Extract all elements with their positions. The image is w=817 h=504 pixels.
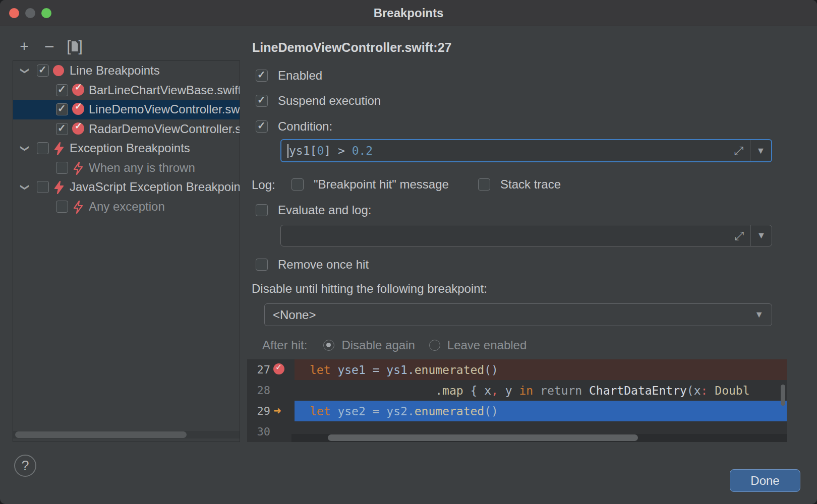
chevron-down-icon: ▼ — [754, 309, 764, 320]
breakpoint-verified-icon — [72, 122, 84, 135]
evaluate-row: Evaluate and log: — [256, 203, 371, 217]
chevron-down-icon[interactable]: ❯ — [20, 66, 30, 76]
code-hscrollbar[interactable] — [328, 434, 638, 441]
window-title: Breakpoints — [374, 6, 444, 20]
disable-until-select[interactable]: <None> ▼ — [264, 303, 772, 326]
tree-item[interactable]: ❯Line Breakpoints — [13, 61, 240, 81]
line-number: 29 — [247, 405, 270, 417]
tree-item[interactable]: When any is thrown — [13, 158, 240, 178]
stack-trace-label: Stack trace — [500, 177, 561, 192]
evaluate-history-dropdown[interactable]: ▼ — [750, 225, 772, 246]
line-number: 30 — [247, 425, 270, 438]
tree-item-checkbox[interactable] — [56, 123, 68, 135]
evaluate-input[interactable]: ⤢ ▼ — [280, 225, 772, 246]
tree-item-checkbox[interactable] — [56, 84, 68, 96]
tree-item[interactable]: ❯ JavaScript Exception Breakpoints — [13, 177, 240, 197]
code-text: let yse1 = ys1.enumerated() — [291, 359, 787, 380]
stack-trace-row: Stack trace — [478, 177, 561, 192]
tree-item-label: When any is thrown — [89, 161, 195, 175]
code-gutter: 28 — [247, 380, 291, 401]
log-message-row: "Breakpoint hit" message — [291, 177, 449, 192]
tree-item[interactable]: LineDemoViewController.swift — [13, 100, 240, 119]
tree-item-checkbox[interactable] — [56, 201, 68, 213]
tree-item[interactable]: BarLineChartViewBase.swift — [13, 81, 240, 100]
line-number: 27 — [247, 363, 270, 376]
code-gutter: 29 ➜ — [247, 401, 291, 421]
breakpoint-verified-icon — [72, 103, 84, 115]
enabled-checkbox[interactable] — [256, 70, 268, 82]
breakpoint-title: LineDemoViewController.swift:27 — [252, 40, 451, 55]
tree-item-label: JavaScript Exception Breakpoints — [70, 180, 240, 194]
tree-item-label: Exception Breakpoints — [70, 141, 190, 155]
code-line: 29 ➜ let yse2 = ys2.enumerated() — [247, 401, 787, 421]
bolt-outline-icon — [72, 162, 84, 175]
condition-input[interactable]: ys1[0] > 0.2 ⤢ ▼ — [280, 139, 772, 162]
bolt-icon — [53, 142, 65, 155]
text-caret — [287, 144, 288, 158]
condition-history-dropdown[interactable]: ▼ — [750, 140, 771, 161]
chevron-down-icon[interactable]: ❯ — [20, 182, 30, 192]
tree-item-checkbox[interactable] — [37, 65, 49, 77]
evaluate-checkbox[interactable] — [256, 204, 268, 216]
remove-once-hit-checkbox[interactable] — [256, 259, 268, 271]
line-number: 28 — [247, 384, 270, 397]
remove-once-hit-row: Remove once hit — [256, 258, 369, 272]
group-by-file-icon — [72, 41, 78, 51]
bracket-left: [ — [67, 39, 71, 54]
tree-item-label: LineDemoViewController.swift — [89, 102, 240, 116]
tree-item[interactable]: ❯ Exception Breakpoints — [13, 139, 240, 158]
tree-item[interactable]: RadarDemoViewController.swift — [13, 119, 240, 139]
tree-item-checkbox[interactable] — [37, 142, 49, 154]
tree-item-checkbox[interactable] — [56, 103, 68, 115]
execution-pointer-icon: ➜ — [273, 403, 281, 418]
title-bar: Breakpoints — [0, 0, 817, 26]
chevron-down-icon[interactable]: ❯ — [20, 143, 30, 153]
leave-enabled-radio[interactable] — [429, 340, 440, 351]
add-breakpoint-button[interactable]: + — [15, 38, 33, 55]
minimize-button[interactable] — [25, 8, 35, 18]
code-line: 27 let yse1 = ys1.enumerated() — [247, 359, 787, 380]
tree-item[interactable]: Any exception — [13, 197, 240, 217]
log-message-checkbox[interactable] — [291, 178, 304, 191]
remove-breakpoint-button[interactable]: − — [40, 38, 59, 55]
disable-until-label: Disable until hitting the following brea… — [252, 282, 487, 296]
bolt-icon — [53, 181, 65, 194]
tree-hscrollbar[interactable] — [15, 431, 187, 438]
leave-enabled-label: Leave enabled — [447, 338, 527, 352]
tree-item-checkbox[interactable] — [37, 181, 49, 193]
disable-again-label: Disable again — [341, 338, 415, 352]
condition-row: Condition: — [256, 119, 332, 134]
gutter-breakpoint-icon[interactable] — [273, 363, 284, 374]
suspend-checkbox[interactable] — [256, 95, 268, 107]
help-button[interactable]: ? — [14, 455, 36, 477]
zoom-button[interactable] — [41, 8, 51, 18]
tree-item-label: Any exception — [89, 200, 165, 214]
after-hit-label: After hit: — [262, 338, 307, 352]
remove-once-hit-label: Remove once hit — [278, 258, 369, 272]
chevron-down-icon: ▼ — [757, 230, 766, 241]
close-button[interactable] — [9, 8, 19, 18]
log-label: Log: — [252, 178, 275, 192]
stack-trace-checkbox[interactable] — [478, 178, 490, 191]
after-hit-row: After hit: Disable again Leave enabled — [262, 338, 527, 352]
chevron-down-icon: ▼ — [756, 146, 766, 156]
done-button[interactable]: Done — [730, 469, 800, 492]
expand-editor-icon[interactable]: ⤢ — [728, 140, 750, 161]
breakpoint-dot-icon — [53, 65, 64, 76]
expand-editor-icon[interactable]: ⤢ — [728, 225, 750, 246]
tree-item-checkbox[interactable] — [56, 162, 68, 174]
enabled-label: Enabled — [278, 69, 322, 83]
disable-again-radio[interactable] — [323, 340, 334, 351]
breakpoints-tree: ❯Line BreakpointsBarLineChartViewBase.sw… — [13, 60, 240, 442]
evaluate-label: Evaluate and log: — [278, 203, 371, 217]
breakpoints-dialog: Breakpoints + − [] ❯Line BreakpointsBarL… — [0, 0, 817, 504]
breakpoint-verified-icon — [72, 84, 84, 96]
code-gutter: 27 — [247, 359, 291, 380]
tree-item-label: RadarDemoViewController.swift — [89, 122, 240, 136]
group-breakpoints-button[interactable]: [] — [66, 38, 84, 55]
condition-checkbox[interactable] — [256, 120, 268, 133]
condition-value: ys1[0] > 0.2 — [289, 144, 373, 157]
log-message-label: "Breakpoint hit" message — [314, 177, 449, 192]
code-preview: 27 let yse1 = ys1.enumerated() 28 .map {… — [247, 359, 787, 442]
code-vscrollbar[interactable] — [781, 385, 785, 406]
